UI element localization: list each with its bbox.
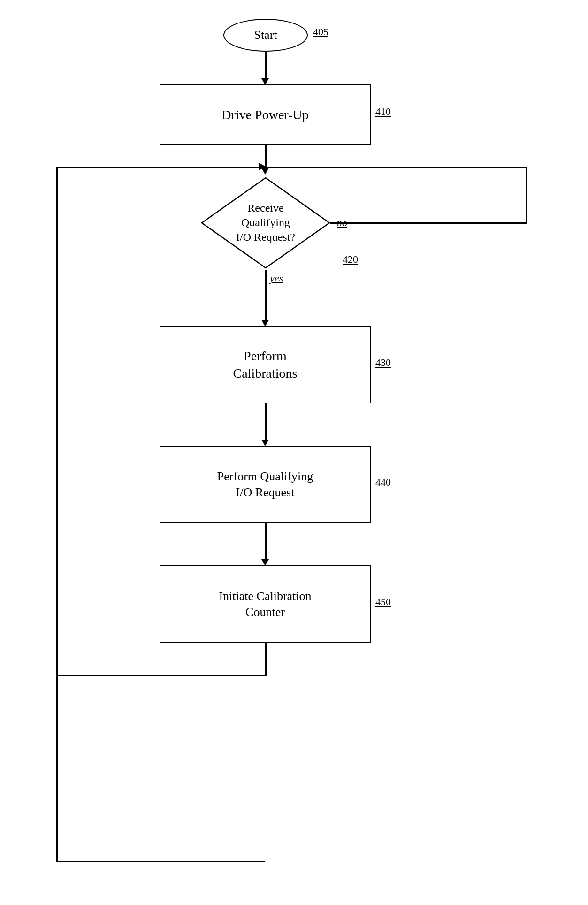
perform-calibrations-node: PerformCalibrations — [160, 326, 371, 403]
arrow-head-1 — [261, 78, 269, 85]
perform-qualifying-node: Perform QualifyingI/O Request — [160, 446, 371, 523]
arrow-initiate-down — [265, 643, 267, 676]
start-label: Start — [254, 28, 277, 42]
flowchart: Start 405 Drive Power-Up 410 Receive Qua… — [0, 0, 588, 905]
no-arrow-right — [330, 222, 527, 224]
no-top-horiz — [265, 167, 527, 168]
ref-405: 405 — [313, 26, 328, 38]
arrow-head-4 — [261, 559, 269, 566]
arrow-head-2 — [261, 320, 269, 327]
receive-qualifying-label: Receive QualifyingI/O Request? — [223, 201, 308, 245]
arrow-start-to-drive — [265, 52, 267, 80]
arrow-yes-to-calibrations — [265, 270, 267, 321]
drive-power-up-node: Drive Power-Up — [160, 84, 371, 145]
no-arrow-right-vert — [526, 167, 527, 224]
perform-qualifying-label: Perform QualifyingI/O Request — [217, 469, 313, 501]
arrow-qualifying-to-initiate — [265, 523, 267, 561]
start-node: Start — [223, 19, 308, 52]
bottom-horiz-to-loop — [56, 675, 266, 676]
loop-top-line — [56, 167, 265, 168]
yes-label: yes — [270, 272, 283, 284]
receive-qualifying-node: Receive QualifyingI/O Request? — [200, 176, 331, 270]
initiate-calibration-node: Initiate CalibrationCounter — [160, 565, 371, 643]
perform-calibrations-label: PerformCalibrations — [233, 348, 298, 382]
arrow-head-3 — [261, 440, 269, 446]
loop-bottom-line — [56, 861, 265, 862]
ref-420: 420 — [343, 253, 358, 266]
ref-440: 440 — [375, 476, 391, 488]
arrow-head-junction — [261, 168, 269, 175]
ref-450: 450 — [375, 596, 391, 608]
ref-430: 430 — [375, 357, 391, 369]
ref-410: 410 — [375, 106, 391, 118]
drive-power-up-label: Drive Power-Up — [221, 106, 308, 123]
arrow-calibrations-to-qualifying — [265, 403, 267, 441]
initiate-calibration-label: Initiate CalibrationCounter — [219, 588, 311, 620]
loop-left-line — [56, 167, 58, 861]
